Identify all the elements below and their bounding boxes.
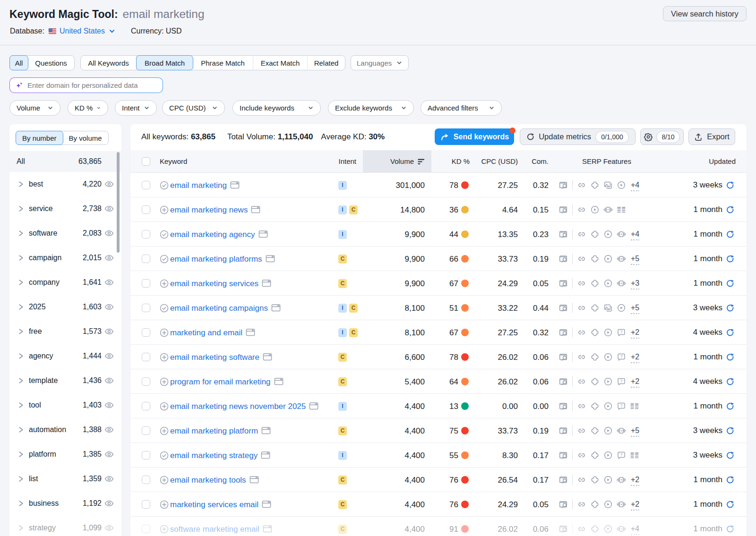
svg-text:?: ? [620,379,623,383]
svg-text:?: ? [620,403,623,408]
svg-text:?: ? [620,452,623,457]
svg-text:?: ? [620,354,623,359]
svg-text:?: ? [620,330,623,334]
